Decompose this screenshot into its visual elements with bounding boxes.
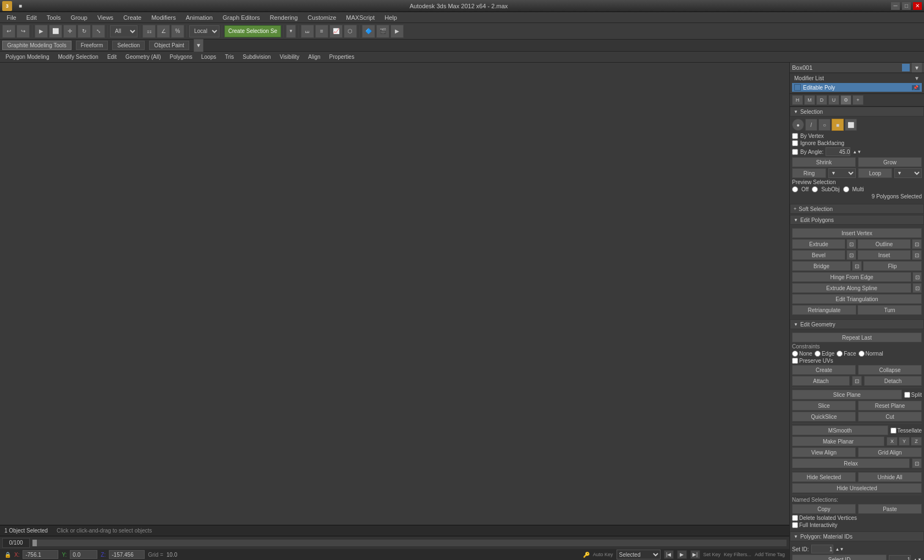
loops-btn[interactable]: Loops: [198, 53, 219, 60]
menu-maxscript[interactable]: MAXScript: [342, 13, 379, 22]
utility-button[interactable]: U: [828, 95, 839, 105]
undo-button[interactable]: ↩: [2, 25, 15, 38]
percent-snap-button[interactable]: %: [171, 25, 184, 38]
retriangulate-button[interactable]: Retriangulate: [792, 305, 856, 315]
flip-button[interactable]: Flip: [863, 261, 922, 271]
move-button[interactable]: ✛: [63, 25, 76, 38]
copy-button[interactable]: Copy: [792, 504, 856, 514]
border-mode-btn[interactable]: ○: [818, 119, 831, 131]
edge-radio[interactable]: [815, 351, 821, 357]
align-button[interactable]: ≡: [315, 25, 328, 38]
hinge-settings[interactable]: ⊡: [912, 272, 922, 282]
menu-help[interactable]: Help: [380, 13, 402, 22]
z-coord[interactable]: [109, 550, 145, 559]
grow-button[interactable]: Grow: [858, 157, 922, 167]
edit-triangulation-button[interactable]: Edit Triangulation: [792, 294, 922, 304]
selection-section-header[interactable]: ▼ Selection: [790, 107, 924, 117]
y-coord[interactable]: [70, 550, 97, 559]
view-align-button[interactable]: View Align: [792, 447, 856, 457]
select-region-button[interactable]: ⬜: [49, 25, 62, 38]
soft-sel-expand[interactable]: +: [794, 206, 796, 212]
hide-unselected-button[interactable]: Hide Unselected: [792, 483, 922, 493]
extrude-settings[interactable]: ⊡: [846, 239, 856, 249]
outline-button[interactable]: Outline: [857, 239, 911, 249]
z-button[interactable]: Z: [911, 437, 922, 446]
reference-frame-dropdown[interactable]: Local: [189, 25, 219, 37]
grid-align-button[interactable]: Grid Align: [858, 447, 922, 457]
mirror-button[interactable]: ⧢: [301, 25, 314, 38]
extrude-spline-settings[interactable]: ⊡: [912, 283, 922, 293]
render-button[interactable]: ▶: [391, 25, 404, 38]
hinge-from-edge-button[interactable]: Hinge From Edge: [792, 272, 911, 282]
menu-views[interactable]: Views: [93, 13, 118, 22]
paste-button[interactable]: Paste: [858, 504, 922, 514]
ignore-backfacing-checkbox[interactable]: [792, 140, 798, 146]
polygon-modeling-btn[interactable]: Polygon Modeling: [2, 53, 53, 60]
by-vertex-checkbox[interactable]: [792, 133, 798, 139]
menu-create[interactable]: Create: [119, 13, 146, 22]
hide-selected-button[interactable]: Hide Selected: [792, 472, 856, 482]
menu-animation[interactable]: Animation: [182, 13, 217, 22]
split-checkbox[interactable]: [904, 392, 910, 398]
extrude-along-spline-button[interactable]: Extrude Along Spline: [792, 283, 911, 293]
bridge-button[interactable]: Bridge: [792, 261, 851, 271]
rotate-button[interactable]: ↻: [78, 25, 91, 38]
by-angle-checkbox[interactable]: [792, 149, 798, 155]
menu-modifiers[interactable]: Modifiers: [147, 13, 180, 22]
none-radio[interactable]: [792, 351, 798, 357]
modify-selection-btn[interactable]: Modify Selection: [55, 53, 102, 60]
x-button[interactable]: X: [887, 437, 898, 446]
render-setup-button[interactable]: 🎬: [376, 25, 389, 38]
msmooth-button[interactable]: MSmooth: [792, 425, 888, 435]
bevel-button[interactable]: Bevel: [792, 250, 845, 260]
properties-btn[interactable]: Properties: [326, 53, 358, 60]
select-id-input[interactable]: [889, 555, 911, 560]
slice-button[interactable]: Slice: [792, 401, 856, 411]
normal-radio[interactable]: [859, 351, 865, 357]
full-interactivity-checkbox[interactable]: [792, 522, 798, 528]
edit-polygons-header[interactable]: ▼ Edit Polygons: [790, 215, 924, 225]
set-id-spinner[interactable]: ▲▼: [835, 547, 844, 552]
element-mode-btn[interactable]: ⬜: [845, 119, 857, 131]
key-icon[interactable]: 🔑: [583, 552, 590, 558]
object-options[interactable]: ▼: [912, 63, 922, 73]
loop-button[interactable]: Loop: [858, 168, 892, 178]
polygon-mode-btn[interactable]: ■: [832, 119, 844, 131]
prev-frame-button[interactable]: |◀: [664, 550, 674, 559]
scale-button[interactable]: ⤡: [92, 25, 105, 38]
menu-customize[interactable]: Customize: [303, 13, 340, 22]
y-button[interactable]: Y: [899, 437, 910, 446]
shrink-button[interactable]: Shrink: [792, 157, 856, 167]
ring-dropdown[interactable]: ▼: [828, 168, 856, 178]
modifier-list-dropdown[interactable]: ▼: [914, 75, 920, 81]
select-id-button[interactable]: Select ID: [792, 555, 887, 560]
loop-dropdown[interactable]: ▼: [894, 168, 922, 178]
angle-snap-button[interactable]: ∠: [157, 25, 170, 38]
play-button[interactable]: ▶: [677, 550, 687, 559]
x-coord[interactable]: [23, 550, 58, 559]
select-id-spinner[interactable]: ▲▼: [913, 557, 922, 561]
display-button[interactable]: D: [816, 95, 827, 105]
face-radio[interactable]: [837, 351, 843, 357]
inset-button[interactable]: Inset: [857, 250, 911, 260]
preview-off-radio[interactable]: [792, 186, 798, 192]
turn-button[interactable]: Turn: [857, 305, 922, 315]
angle-value[interactable]: [826, 147, 850, 156]
lock-icon[interactable]: 🔒: [4, 552, 11, 558]
object-name[interactable]: Box001: [792, 64, 900, 71]
tris-btn[interactable]: Tris: [222, 53, 237, 60]
preview-subobj-radio[interactable]: [812, 186, 818, 192]
material-editor-button[interactable]: 🔷: [362, 25, 375, 38]
tessellate-checkbox[interactable]: [890, 428, 897, 434]
menu-edit[interactable]: Edit: [22, 13, 41, 22]
filter-dropdown[interactable]: All: [110, 25, 138, 37]
object-color[interactable]: [902, 64, 910, 71]
menu-graph-editors[interactable]: Graph Editors: [218, 13, 265, 22]
select-button[interactable]: ▶: [35, 25, 48, 38]
inset-settings[interactable]: ⊡: [912, 250, 922, 260]
cut-button[interactable]: Cut: [858, 412, 922, 422]
set-id-input[interactable]: [811, 545, 833, 553]
motion-button[interactable]: M: [804, 95, 815, 105]
reset-plane-button[interactable]: Reset Plane: [858, 401, 922, 411]
subdivision-btn[interactable]: Subdivision: [239, 53, 274, 60]
